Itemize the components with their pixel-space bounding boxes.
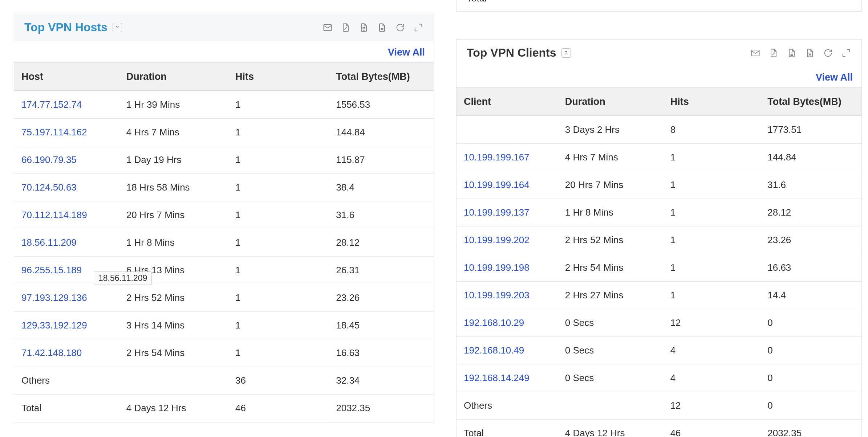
host-link[interactable]: 66.190.79.35 [21, 154, 77, 165]
cell-duration: 4 Days 12 Hrs [119, 395, 228, 422]
client-link[interactable]: 10.199.199.137 [464, 207, 530, 218]
cell-bytes: 144.84 [760, 144, 861, 171]
host-link[interactable]: 97.193.129.136 [21, 292, 87, 303]
th-hits[interactable]: Hits [663, 88, 760, 116]
table-row: 10.199.199.16420 Hrs 7 Mins131.6 [457, 171, 861, 199]
help-icon[interactable]: ? [561, 48, 571, 58]
th-hits[interactable]: Hits [228, 63, 329, 91]
cell-duration: 1 Hr 8 Mins [558, 199, 663, 226]
table-row-others: Others120 [457, 392, 861, 420]
cell-bytes: 16.63 [760, 254, 861, 282]
host-link[interactable]: 129.33.192.129 [21, 320, 87, 331]
cell-hits: 1 [663, 226, 760, 254]
cell-bytes: 0 [760, 337, 861, 364]
total-label: Total [457, 420, 558, 437]
client-link[interactable]: 192.168.10.29 [464, 317, 524, 328]
cell-hits: 1 [228, 146, 329, 174]
cell-duration: 2 Hrs 52 Mins [119, 284, 228, 312]
cell-bytes: 0 [760, 309, 861, 337]
cell-hits: 1 [228, 174, 329, 201]
cell-duration [558, 392, 663, 420]
host-link[interactable]: 18.56.11.209 [21, 237, 77, 248]
th-host[interactable]: Host [14, 63, 119, 91]
cell-bytes: 0 [760, 364, 861, 392]
cell-duration: 4 Hrs 7 Mins [558, 144, 663, 171]
cell-hits: 1 [228, 201, 329, 229]
expand-icon[interactable] [841, 48, 851, 58]
cell-hits: 4 [663, 364, 760, 392]
table-row: 192.168.10.490 Secs40 [457, 337, 861, 364]
cell-hits: 12 [663, 309, 760, 337]
expand-icon[interactable] [413, 23, 423, 33]
cell-bytes: 38.4 [329, 174, 434, 201]
th-total-bytes[interactable]: Total Bytes(MB) [760, 88, 861, 116]
cell-duration: 1 Hr 8 Mins [119, 229, 228, 257]
client-link[interactable]: 10.199.199.202 [464, 234, 530, 245]
host-link[interactable]: 174.77.152.74 [21, 99, 82, 110]
host-link[interactable]: 70.124.50.63 [21, 182, 77, 193]
help-icon[interactable]: ? [113, 23, 122, 32]
title-wrap: Top VPN Hosts ? [24, 21, 122, 34]
table-row: 174.77.152.741 Hr 39 Mins11556.53 [14, 91, 434, 119]
client-link[interactable]: 10.199.199.164 [464, 179, 530, 190]
client-link[interactable]: 10.199.199.198 [464, 262, 530, 273]
table-row: 192.168.10.290 Secs120 [457, 309, 861, 337]
cell-bytes: 1773.51 [760, 116, 861, 144]
email-icon[interactable] [750, 48, 760, 58]
th-total-bytes[interactable]: Total Bytes(MB) [329, 63, 434, 91]
cell-bytes: 14.4 [760, 282, 861, 309]
refresh-icon[interactable] [395, 23, 405, 33]
th-client[interactable]: Client [457, 88, 558, 116]
client-link[interactable]: 192.168.10.49 [464, 345, 524, 356]
cell-duration: 1 Day 19 Hrs [119, 146, 228, 174]
refresh-icon[interactable] [823, 48, 833, 58]
xls-icon[interactable] [805, 48, 815, 58]
th-duration[interactable]: Duration [119, 63, 228, 91]
table-row: 3 Days 2 Hrs81773.51 [457, 116, 861, 144]
cell-duration: 2 Hrs 52 Mins [558, 226, 663, 254]
cell-hits: 1 [663, 171, 760, 199]
host-link[interactable]: 96.255.15.189 [21, 265, 82, 275]
others-label: Others [457, 392, 558, 420]
cell-bytes: 31.6 [329, 201, 434, 229]
table-row: 70.124.50.6318 Hrs 58 Mins138.4 [14, 174, 434, 201]
pdf-icon[interactable] [341, 23, 351, 33]
table-row: 97.193.129.1362 Hrs 52 Mins123.26 [14, 284, 434, 312]
table-row: 96.255.15.1896 Hrs 13 Mins126.31 [14, 257, 434, 284]
cell-duration: 20 Hrs 7 Mins [119, 201, 228, 229]
pdf-icon[interactable] [768, 48, 779, 58]
cell-duration: 4 Days 12 Hrs [558, 420, 663, 437]
csv-icon[interactable] [359, 23, 369, 33]
table-row: 10.199.199.1371 Hr 8 Mins128.12 [457, 199, 861, 226]
client-link[interactable]: 10.199.199.203 [464, 290, 530, 301]
csv-icon[interactable] [787, 48, 797, 58]
email-icon[interactable] [323, 23, 333, 33]
table-row-others: Others3632.34 [14, 367, 434, 395]
host-link[interactable]: 75.197.114.162 [21, 127, 87, 138]
client-link[interactable]: 10.199.199.167 [464, 152, 530, 163]
view-all-link-clients[interactable]: View All [457, 66, 861, 87]
table-row-total: Total4 Days 12 Hrs462032.35 [14, 395, 434, 422]
cell-duration: 0 Secs [558, 309, 663, 337]
host-link[interactable]: 71.42.148.180 [21, 347, 82, 358]
panel-title-hosts[interactable]: Top VPN Hosts [24, 21, 108, 34]
cell-hits: 8 [663, 116, 760, 144]
panel-title-clients[interactable]: Top VPN Clients [467, 46, 556, 60]
cell-hits: 1 [663, 282, 760, 309]
client-link[interactable]: 192.168.14.249 [464, 372, 530, 383]
cell-hits: 1 [228, 119, 329, 146]
table-row: 71.42.148.1802 Hrs 54 Mins116.63 [14, 339, 434, 367]
table-row: 10.199.199.2032 Hrs 27 Mins114.4 [457, 282, 861, 309]
cell-hits: 1 [228, 91, 329, 119]
xls-icon[interactable] [377, 23, 387, 33]
cell-bytes: 28.12 [329, 229, 434, 257]
cell-hits: 36 [228, 367, 329, 395]
host-link[interactable]: 70.112.114.189 [21, 209, 87, 220]
panel-actions [750, 48, 851, 58]
view-all-link-hosts[interactable]: View All [14, 41, 434, 62]
cell-duration: 0 Secs [558, 364, 663, 392]
cell-hits: 1 [663, 199, 760, 226]
partial-panel-above: Total [456, 0, 862, 12]
cell-bytes: 32.34 [329, 367, 434, 395]
th-duration[interactable]: Duration [558, 88, 663, 116]
